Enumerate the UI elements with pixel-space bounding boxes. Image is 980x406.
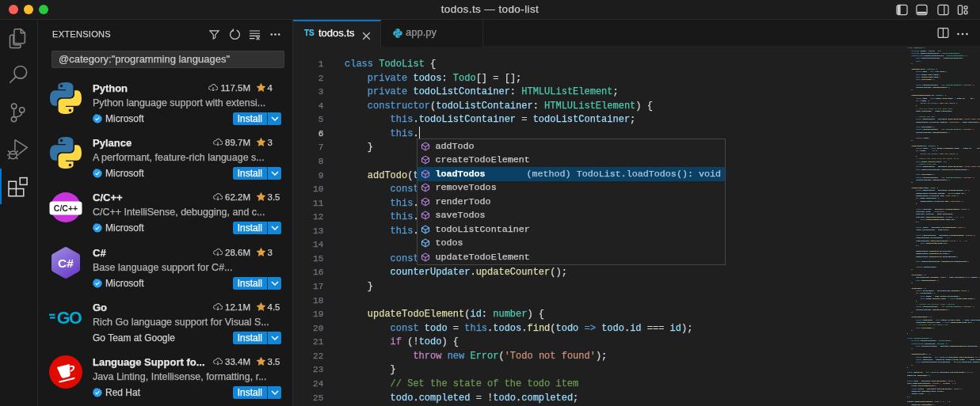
svg-text:C/C++: C/C++ <box>54 203 78 213</box>
svg-text:GO: GO <box>57 308 82 327</box>
svg-text:C#: C# <box>58 256 74 270</box>
